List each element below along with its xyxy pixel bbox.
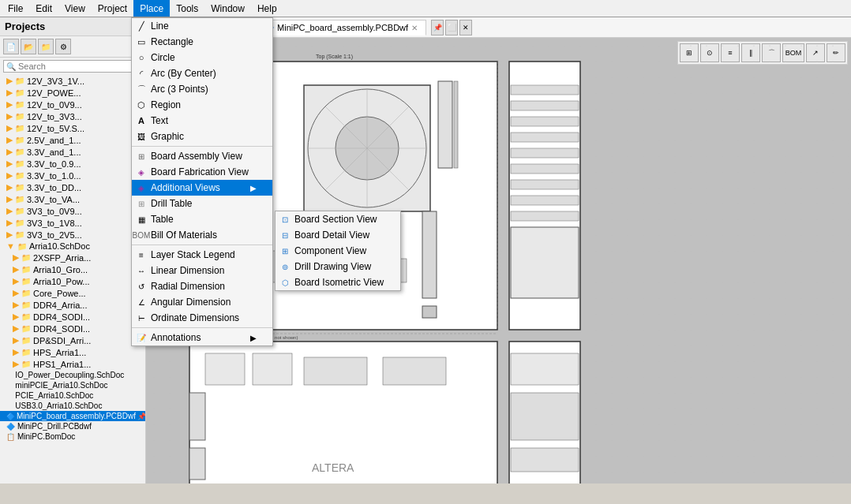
submenu-item-drill-drawing[interactable]: ⊚ Drill Drawing View xyxy=(276,259,400,274)
tree-item-3v30v9[interactable]: ▶📁 3.3V_to_0.9... xyxy=(0,158,145,170)
tree-item-pcie[interactable]: PCIE_Arria10.SchDoc xyxy=(0,390,145,401)
tree-item-ddr4s1[interactable]: ▶📁 DDR4_SODI... xyxy=(6,311,145,323)
menu-item-region[interactable]: ⬡ Region xyxy=(132,97,272,113)
menu-item-table[interactable]: ▦ Table xyxy=(132,211,272,227)
search-input[interactable] xyxy=(18,62,139,71)
menu-item-arc-label: Arc (By Center) xyxy=(151,68,216,79)
sidebar-open-btn[interactable]: 📂 xyxy=(21,39,36,54)
sidebar-search-box[interactable]: 🔍 xyxy=(3,60,142,73)
folder-icon: ▶ xyxy=(6,218,13,228)
menu-item-board-fabrication[interactable]: ◈ Board Fabrication View xyxy=(132,164,272,180)
submenu-item-board-detail[interactable]: ⊟ Board Detail View xyxy=(276,227,400,243)
menu-sep-3 xyxy=(132,327,272,328)
tree-item-arria10pow[interactable]: ▶📁 Arria10_Pow... xyxy=(6,275,145,287)
menu-item-drill-table[interactable]: ⊞ Drill Table xyxy=(132,196,272,211)
tree-item-3v3[interactable]: ▶📁 3.3V_and_1... xyxy=(0,146,145,158)
tree-item-3v3va[interactable]: ▶📁 3.3V_to_VA... xyxy=(0,193,145,205)
tree-item-2v5[interactable]: ▶📁 2.5V_and_1... xyxy=(0,134,145,146)
tab-minipc-pcbdwf[interactable]: 🔷 MiniPC_board_assembly.PCBDwf ✕ xyxy=(257,20,426,35)
submenu-item-board-isometric[interactable]: ⬡ Board Isometric View xyxy=(276,274,400,290)
tree-item-12v0v9[interactable]: ▶📁 12V_to_0V9... xyxy=(0,99,145,110)
text-icon: A xyxy=(135,114,148,127)
submenu-item-component-view[interactable]: ⊞ Component View xyxy=(276,243,400,259)
tree-item-2xsfp[interactable]: ▶📁 2XSFP_Arria... xyxy=(6,252,145,263)
tree-item-12v3v3b[interactable]: ▶📁 12V_to_3V3... xyxy=(0,110,145,122)
tree-item-usb3[interactable]: USB3.0_Arria10.SchDoc xyxy=(0,401,145,411)
sidebar-new-btn[interactable]: 📄 xyxy=(3,39,19,54)
line-icon: ╱ xyxy=(135,20,148,32)
menu-item-linear-dim[interactable]: ↔ Linear Dimension xyxy=(132,263,272,278)
menu-project[interactable]: Project xyxy=(92,0,133,17)
menu-item-bom[interactable]: BOM Bill Of Materials xyxy=(132,227,272,243)
tree-item-corepow[interactable]: ▶📁 Core_Powe... xyxy=(6,287,145,299)
svg-rect-40 xyxy=(189,393,205,440)
tree-item-3v3dd[interactable]: ▶📁 3.3V_to_DD... xyxy=(0,181,145,193)
tree-item-minipcie[interactable]: miniPCIE_Arria10.SchDoc xyxy=(0,380,145,390)
menu-file[interactable]: File xyxy=(2,0,29,17)
folder-img-icon: 📁 xyxy=(15,195,24,203)
tree-item-hps[interactable]: ▶📁 HPS_Arria1... xyxy=(6,346,145,358)
tab-pin-btn[interactable]: 📌 xyxy=(431,20,444,35)
tree-item-arria10gro[interactable]: ▶📁 Arria10_Gro... xyxy=(6,263,145,275)
menu-item-radial-dim[interactable]: ↺ Radial Dimension xyxy=(132,278,272,294)
tab-close-btn[interactable]: ✕ xyxy=(459,20,472,35)
menu-item-additional-views[interactable]: ◈ Additional Views ▶ xyxy=(132,180,272,196)
menu-item-arc-center[interactable]: ◜ Arc (By Center) xyxy=(132,65,272,81)
menu-item-circle[interactable]: ○ Circle xyxy=(132,50,272,65)
menu-item-arc3-label: Arc (3 Points) xyxy=(151,84,208,95)
tree-item-hps1[interactable]: ▶📁 HPS1_Arria1... xyxy=(6,358,145,370)
menu-tools[interactable]: Tools xyxy=(170,0,204,17)
tree-item-12vpower[interactable]: ▶📁 12V_POWE... xyxy=(0,87,145,99)
svg-rect-43 xyxy=(511,353,579,385)
svg-rect-45 xyxy=(511,448,579,472)
tab-close-icon[interactable]: ✕ xyxy=(411,24,418,32)
menu-place[interactable]: Place xyxy=(133,0,170,17)
tree-group-arria10: ▶📁 2XSFP_Arria... ▶📁 Arria10_Gro... ▶📁 A… xyxy=(0,252,145,370)
menu-item-rectangle[interactable]: ▭ Rectangle xyxy=(132,34,272,50)
tree-item-ddr4a[interactable]: ▶📁 DDR4_Arria... xyxy=(6,299,145,311)
tree-item-3v32v5[interactable]: ▶📁 3V3_to_2V5... xyxy=(0,229,145,241)
rect-icon: ▭ xyxy=(135,35,148,48)
menu-item-annotations[interactable]: 📝 Annotations ▶ xyxy=(132,330,272,345)
menu-item-board-assembly[interactable]: ⊞ Board Assembly View xyxy=(132,148,272,164)
tree-item-12v5v[interactable]: ▶📁 12V_to_5V.S... xyxy=(0,122,145,134)
menu-view[interactable]: View xyxy=(58,0,92,17)
table-icon: ▦ xyxy=(135,213,148,226)
submenu-item-board-section[interactable]: ⊡ Board Section View xyxy=(276,211,400,227)
folder-img-icon: 📁 xyxy=(21,277,31,286)
folder-icon: ▶ xyxy=(13,359,19,369)
tree-item-3v31v8[interactable]: ▶📁 3V3_to_1V8... xyxy=(0,217,145,229)
sidebar-settings-btn[interactable]: ⚙ xyxy=(55,39,71,54)
graphic-icon: 🖼 xyxy=(135,130,148,143)
menu-item-bom-label: Bill Of Materials xyxy=(151,230,217,241)
tree-item-label: MiniPC_board_assembly.PCBDwf xyxy=(17,412,136,420)
folder-icon: ▶ xyxy=(13,312,19,322)
menu-sep-2 xyxy=(132,245,272,245)
tree-item-ddr4s2[interactable]: ▶📁 DDR4_SODI... xyxy=(6,323,145,334)
menu-item-text[interactable]: A Text xyxy=(132,113,272,129)
svg-rect-37 xyxy=(304,357,367,385)
menu-item-ordinate-dim[interactable]: ⊢ Ordinate Dimensions xyxy=(132,310,272,326)
tree-item-minipc-drill[interactable]: 🔷 MiniPC_Drill.PCBdwf xyxy=(0,421,145,431)
menu-item-arc-3pts[interactable]: ⌒ Arc (3 Points) xyxy=(132,81,272,97)
tree-item-iopower[interactable]: IO_Power_Decoupling.SchDoc xyxy=(0,370,145,380)
tree-item-arria10[interactable]: ▼📁 Arria10.SchDoc xyxy=(0,241,145,252)
tree-item-minipc-bom[interactable]: 📋 MiniPC.BomDoc xyxy=(0,431,145,442)
menu-item-angular-dim[interactable]: ∠ Angular Dimension xyxy=(132,294,272,310)
tree-item-12v3v3[interactable]: ▶📁 12V_3V3_1V... xyxy=(0,75,145,87)
tree-item-dpsdi[interactable]: ▶📁 DP&SDI_Arri... xyxy=(6,334,145,346)
menu-window[interactable]: Window xyxy=(204,0,251,17)
sidebar-open2-btn[interactable]: 📁 xyxy=(38,39,54,54)
menu-item-layer-stack[interactable]: ≡ Layer Stack Legend xyxy=(132,247,272,263)
tree-item-3v3b[interactable]: ▶📁 3V3_to_0V9... xyxy=(0,205,145,217)
menu-item-line[interactable]: ╱ Line xyxy=(132,18,272,34)
submenu-board-isometric-label: Board Isometric View xyxy=(294,277,384,288)
folder-img-icon: 📁 xyxy=(17,242,27,251)
tree-item-minipc-board[interactable]: 🔷 MiniPC_board_assembly.PCBDwf 📌 xyxy=(0,411,145,421)
svg-rect-26 xyxy=(511,117,579,126)
tab-float-btn[interactable]: ⬜ xyxy=(445,20,458,35)
menu-item-graphic[interactable]: 🖼 Graphic xyxy=(132,129,272,144)
tree-item-3v310[interactable]: ▶📁 3.3V_to_1.0... xyxy=(0,170,145,181)
menu-edit[interactable]: Edit xyxy=(29,0,58,17)
menu-help[interactable]: Help xyxy=(251,0,283,17)
